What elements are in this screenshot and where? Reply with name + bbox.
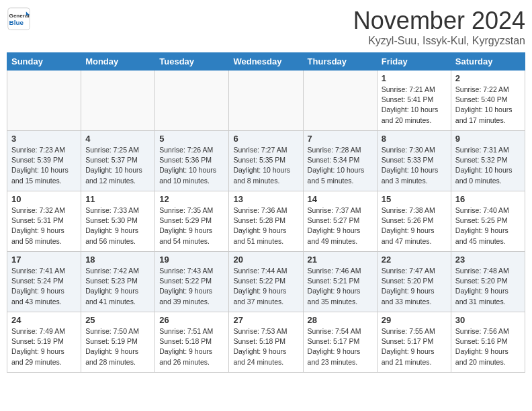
day-info: Sunrise: 7:23 AM Sunset: 5:39 PM Dayligh… [11, 145, 77, 186]
day-info: Sunrise: 7:49 AM Sunset: 5:19 PM Dayligh… [11, 326, 77, 367]
day-info: Sunrise: 7:53 AM Sunset: 5:18 PM Dayligh… [233, 326, 298, 367]
day-cell: 3Sunrise: 7:23 AM Sunset: 5:39 PM Daylig… [7, 131, 81, 191]
day-cell: 10Sunrise: 7:32 AM Sunset: 5:31 PM Dayli… [7, 191, 81, 252]
col-header-saturday: Saturday [451, 53, 525, 71]
day-cell: 8Sunrise: 7:30 AM Sunset: 5:33 PM Daylig… [377, 131, 451, 191]
day-cell: 28Sunrise: 7:54 AM Sunset: 5:17 PM Dayli… [303, 312, 377, 373]
day-cell: 24Sunrise: 7:49 AM Sunset: 5:19 PM Dayli… [7, 312, 81, 373]
day-info: Sunrise: 7:43 AM Sunset: 5:22 PM Dayligh… [159, 266, 224, 307]
logo: General Blue [7, 7, 31, 31]
day-cell: 2Sunrise: 7:22 AM Sunset: 5:40 PM Daylig… [451, 71, 525, 131]
day-number: 1 [382, 73, 447, 83]
day-cell: 18Sunrise: 7:42 AM Sunset: 5:23 PM Dayli… [81, 252, 155, 312]
week-row-5: 24Sunrise: 7:49 AM Sunset: 5:19 PM Dayli… [7, 312, 525, 373]
calendar-table: SundayMondayTuesdayWednesdayThursdayFrid… [7, 52, 525, 373]
header: General Blue November 2024 Kyzyl-Suu, Is… [7, 7, 525, 47]
day-number: 4 [85, 134, 150, 144]
day-number: 23 [455, 255, 521, 265]
day-number: 18 [85, 255, 150, 265]
day-cell: 30Sunrise: 7:56 AM Sunset: 5:16 PM Dayli… [451, 312, 525, 373]
day-cell [303, 71, 377, 131]
day-info: Sunrise: 7:35 AM Sunset: 5:29 PM Dayligh… [159, 205, 224, 246]
location: Kyzyl-Suu, Issyk-Kul, Kyrgyzstan [353, 35, 525, 47]
day-info: Sunrise: 7:55 AM Sunset: 5:17 PM Dayligh… [382, 326, 447, 367]
day-cell: 4Sunrise: 7:25 AM Sunset: 5:37 PM Daylig… [81, 131, 155, 191]
day-number: 26 [159, 315, 224, 325]
day-cell [7, 71, 81, 131]
day-number: 7 [308, 134, 373, 144]
day-cell: 5Sunrise: 7:26 AM Sunset: 5:36 PM Daylig… [155, 131, 229, 191]
header-row: SundayMondayTuesdayWednesdayThursdayFrid… [7, 53, 525, 71]
day-info: Sunrise: 7:51 AM Sunset: 5:18 PM Dayligh… [159, 326, 224, 367]
day-info: Sunrise: 7:48 AM Sunset: 5:20 PM Dayligh… [455, 266, 521, 307]
day-info: Sunrise: 7:33 AM Sunset: 5:30 PM Dayligh… [85, 205, 150, 246]
day-number: 22 [382, 255, 447, 265]
day-info: Sunrise: 7:36 AM Sunset: 5:28 PM Dayligh… [233, 205, 298, 246]
day-cell: 20Sunrise: 7:44 AM Sunset: 5:22 PM Dayli… [229, 252, 303, 312]
week-row-4: 17Sunrise: 7:41 AM Sunset: 5:24 PM Dayli… [7, 252, 525, 312]
day-info: Sunrise: 7:28 AM Sunset: 5:34 PM Dayligh… [308, 145, 373, 186]
day-number: 11 [85, 194, 150, 204]
day-info: Sunrise: 7:42 AM Sunset: 5:23 PM Dayligh… [85, 266, 150, 307]
day-cell: 16Sunrise: 7:40 AM Sunset: 5:25 PM Dayli… [451, 191, 525, 252]
day-number: 8 [382, 134, 447, 144]
day-cell: 22Sunrise: 7:47 AM Sunset: 5:20 PM Dayli… [377, 252, 451, 312]
day-number: 2 [455, 73, 521, 83]
day-info: Sunrise: 7:21 AM Sunset: 5:41 PM Dayligh… [382, 85, 447, 126]
month-title: November 2024 [353, 7, 525, 35]
day-cell: 19Sunrise: 7:43 AM Sunset: 5:22 PM Dayli… [155, 252, 229, 312]
day-info: Sunrise: 7:41 AM Sunset: 5:24 PM Dayligh… [11, 266, 77, 307]
day-number: 15 [382, 194, 447, 204]
day-info: Sunrise: 7:40 AM Sunset: 5:25 PM Dayligh… [455, 205, 521, 246]
week-row-3: 10Sunrise: 7:32 AM Sunset: 5:31 PM Dayli… [7, 191, 525, 252]
day-number: 10 [11, 194, 77, 204]
day-number: 3 [11, 134, 77, 144]
day-cell: 9Sunrise: 7:31 AM Sunset: 5:32 PM Daylig… [451, 131, 525, 191]
col-header-tuesday: Tuesday [155, 53, 229, 71]
day-cell: 7Sunrise: 7:28 AM Sunset: 5:34 PM Daylig… [303, 131, 377, 191]
day-number: 28 [308, 315, 373, 325]
day-cell: 29Sunrise: 7:55 AM Sunset: 5:17 PM Dayli… [377, 312, 451, 373]
day-number: 25 [85, 315, 150, 325]
col-header-monday: Monday [81, 53, 155, 71]
day-info: Sunrise: 7:38 AM Sunset: 5:26 PM Dayligh… [382, 205, 447, 246]
day-cell: 17Sunrise: 7:41 AM Sunset: 5:24 PM Dayli… [7, 252, 81, 312]
col-header-wednesday: Wednesday [229, 53, 303, 71]
day-info: Sunrise: 7:26 AM Sunset: 5:36 PM Dayligh… [159, 145, 224, 186]
day-info: Sunrise: 7:27 AM Sunset: 5:35 PM Dayligh… [233, 145, 298, 186]
day-number: 20 [233, 255, 298, 265]
day-cell [155, 71, 229, 131]
day-number: 12 [159, 194, 224, 204]
day-cell: 6Sunrise: 7:27 AM Sunset: 5:35 PM Daylig… [229, 131, 303, 191]
week-row-1: 1Sunrise: 7:21 AM Sunset: 5:41 PM Daylig… [7, 71, 525, 131]
day-cell: 12Sunrise: 7:35 AM Sunset: 5:29 PM Dayli… [155, 191, 229, 252]
day-cell: 1Sunrise: 7:21 AM Sunset: 5:41 PM Daylig… [377, 71, 451, 131]
day-info: Sunrise: 7:31 AM Sunset: 5:32 PM Dayligh… [455, 145, 521, 186]
day-cell: 21Sunrise: 7:46 AM Sunset: 5:21 PM Dayli… [303, 252, 377, 312]
day-info: Sunrise: 7:50 AM Sunset: 5:19 PM Dayligh… [85, 326, 150, 367]
day-cell: 27Sunrise: 7:53 AM Sunset: 5:18 PM Dayli… [229, 312, 303, 373]
day-cell: 14Sunrise: 7:37 AM Sunset: 5:27 PM Dayli… [303, 191, 377, 252]
day-cell: 25Sunrise: 7:50 AM Sunset: 5:19 PM Dayli… [81, 312, 155, 373]
day-info: Sunrise: 7:47 AM Sunset: 5:20 PM Dayligh… [382, 266, 447, 307]
svg-text:Blue: Blue [9, 19, 24, 26]
day-number: 6 [233, 134, 298, 144]
day-info: Sunrise: 7:37 AM Sunset: 5:27 PM Dayligh… [308, 205, 373, 246]
day-cell [229, 71, 303, 131]
day-info: Sunrise: 7:22 AM Sunset: 5:40 PM Dayligh… [455, 85, 521, 126]
col-header-sunday: Sunday [7, 53, 81, 71]
day-cell: 15Sunrise: 7:38 AM Sunset: 5:26 PM Dayli… [377, 191, 451, 252]
col-header-friday: Friday [377, 53, 451, 71]
day-cell [81, 71, 155, 131]
day-info: Sunrise: 7:56 AM Sunset: 5:16 PM Dayligh… [455, 326, 521, 367]
day-number: 21 [308, 255, 373, 265]
day-number: 24 [11, 315, 77, 325]
day-info: Sunrise: 7:46 AM Sunset: 5:21 PM Dayligh… [308, 266, 373, 307]
logo-icon: General Blue [7, 7, 31, 31]
day-info: Sunrise: 7:54 AM Sunset: 5:17 PM Dayligh… [308, 326, 373, 367]
title-area: November 2024 Kyzyl-Suu, Issyk-Kul, Kyrg… [353, 7, 525, 47]
day-cell: 13Sunrise: 7:36 AM Sunset: 5:28 PM Dayli… [229, 191, 303, 252]
day-number: 5 [159, 134, 224, 144]
day-info: Sunrise: 7:30 AM Sunset: 5:33 PM Dayligh… [382, 145, 447, 186]
day-number: 9 [455, 134, 521, 144]
